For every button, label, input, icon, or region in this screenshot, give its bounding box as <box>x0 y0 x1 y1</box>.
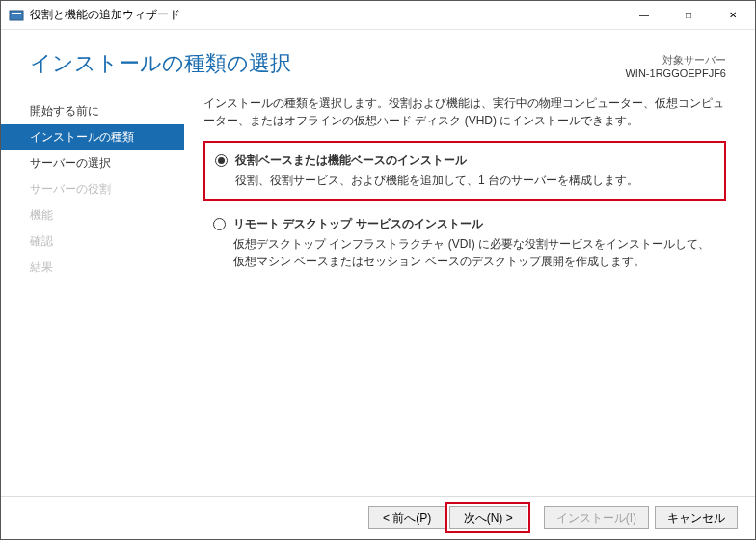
sidebar-item-features: 機能 <box>1 202 184 229</box>
main-content: インストールの種類を選択します。役割および機能は、実行中の物理コンピューター、仮… <box>184 91 749 496</box>
svg-rect-0 <box>10 11 23 20</box>
sidebar: 開始する前に インストールの種類 サーバーの選択 サーバーの役割 機能 確認 結… <box>1 91 184 496</box>
footer: < 前へ(P) 次へ(N) > インストール(I) キャンセル <box>1 496 755 539</box>
option-role-based[interactable]: 役割ベースまたは機能ベースのインストール 役割、役割サービス、および機能を追加し… <box>203 141 726 201</box>
minimize-button[interactable]: ― <box>622 1 666 30</box>
page-title: インストールの種類の選択 <box>30 49 625 78</box>
next-button-highlight: 次へ(N) > <box>446 502 530 533</box>
next-button[interactable]: 次へ(N) > <box>449 506 526 529</box>
window-controls: ― □ ✕ <box>622 1 755 30</box>
option-role-based-text: 役割ベースまたは機能ベースのインストール 役割、役割サービス、および機能を追加し… <box>235 152 638 189</box>
server-label: 対象サーバー <box>625 53 726 68</box>
header: インストールの種類の選択 対象サーバー WIN-1RGGOEPFJF6 <box>1 30 755 91</box>
sidebar-item-install-type[interactable]: インストールの種類 <box>1 124 184 150</box>
close-button[interactable]: ✕ <box>711 1 755 30</box>
svg-rect-1 <box>12 13 21 14</box>
prev-button[interactable]: < 前へ(P) <box>368 506 446 529</box>
maximize-button[interactable]: □ <box>666 1 711 30</box>
option-rds[interactable]: リモート デスクトップ サービスのインストール 仮想デスクトップ インフラストラ… <box>203 206 726 280</box>
app-icon <box>9 8 24 23</box>
nav-button-pair: < 前へ(P) 次へ(N) > <box>368 506 538 529</box>
option-rds-text: リモート デスクトップ サービスのインストール 仮想デスクトップ インフラストラ… <box>233 216 716 270</box>
radio-role-based[interactable] <box>215 154 228 167</box>
titlebar: 役割と機能の追加ウィザード ― □ ✕ <box>1 1 755 30</box>
instruction-text: インストールの種類を選択します。役割および機能は、実行中の物理コンピューター、仮… <box>203 94 726 129</box>
body: 開始する前に インストールの種類 サーバーの選択 サーバーの役割 機能 確認 結… <box>1 91 755 496</box>
wizard-window: 役割と機能の追加ウィザード ― □ ✕ インストールの種類の選択 対象サーバー … <box>0 0 756 540</box>
option-role-based-desc: 役割、役割サービス、および機能を追加して、1 台のサーバーを構成します。 <box>235 172 638 189</box>
radio-rds[interactable] <box>213 218 226 230</box>
sidebar-item-server-roles: サーバーの役割 <box>1 176 184 202</box>
option-rds-title: リモート デスクトップ サービスのインストール <box>233 216 716 232</box>
window-title: 役割と機能の追加ウィザード <box>30 7 622 23</box>
server-name: WIN-1RGGOEPFJF6 <box>625 68 726 79</box>
option-rds-desc: 仮想デスクトップ インフラストラクチャ (VDI) に必要な役割サービスをインス… <box>233 235 716 270</box>
sidebar-item-before-begin[interactable]: 開始する前に <box>1 98 184 124</box>
install-button: インストール(I) <box>544 506 649 529</box>
cancel-button[interactable]: キャンセル <box>655 506 738 529</box>
option-role-based-title: 役割ベースまたは機能ベースのインストール <box>235 152 638 169</box>
sidebar-item-server-select[interactable]: サーバーの選択 <box>1 150 184 176</box>
server-info: 対象サーバー WIN-1RGGOEPFJF6 <box>625 49 726 79</box>
sidebar-item-confirm: 確認 <box>1 229 184 255</box>
sidebar-item-results: 結果 <box>1 255 184 281</box>
